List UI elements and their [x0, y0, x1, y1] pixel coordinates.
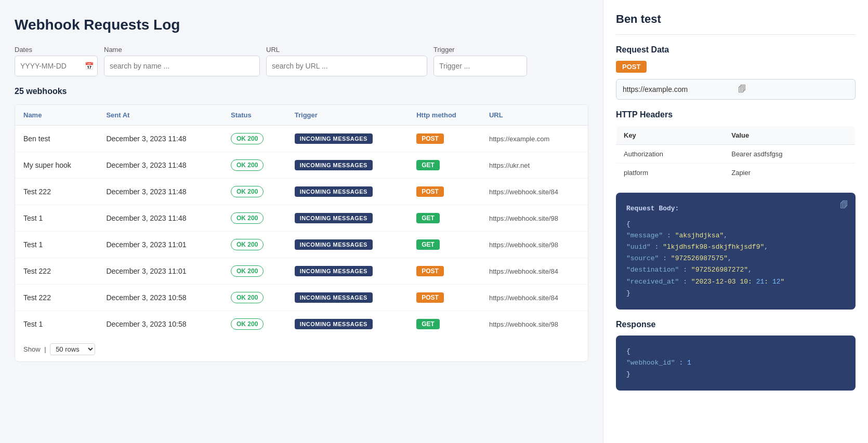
status-badge: OK 200 [231, 239, 264, 250]
webhooks-table: Name Sent At Status Trigger Http method … [15, 105, 588, 337]
dates-wrapper: 📅 [15, 56, 98, 76]
header-value: Bearer asdfsfgsg [724, 145, 855, 164]
cell-status: OK 200 [222, 232, 286, 258]
key-col-header: Key [616, 126, 725, 145]
body-line: "message" : "aksjhdjksa", [626, 230, 845, 241]
table-row[interactable]: Test 1 December 3, 2023 11:48 OK 200 INC… [15, 205, 588, 232]
col-header-name: Name [15, 105, 98, 126]
cell-sent-at: December 3, 2023 11:48 [98, 205, 222, 232]
table-body: Ben test December 3, 2023 11:48 OK 200 I… [15, 126, 588, 338]
cell-method: GET [408, 311, 481, 338]
cell-status: OK 200 [222, 285, 286, 311]
table-row[interactable]: Test 1 December 3, 2023 11:01 OK 200 INC… [15, 232, 588, 258]
cell-method: GET [408, 232, 481, 258]
table-header-row: Name Sent At Status Trigger Http method … [15, 105, 588, 126]
trigger-badge: INCOMING MESSAGES [295, 239, 373, 250]
status-badge: OK 200 [231, 265, 264, 277]
cell-sent-at: December 3, 2023 10:58 [98, 311, 222, 338]
copy-url-button[interactable]: 🗐 [738, 85, 849, 94]
col-header-method: Http method [408, 105, 481, 126]
response-title: Response [616, 320, 856, 329]
url-input[interactable] [266, 56, 427, 76]
method-badge-get: GET [416, 239, 440, 250]
table-head: Name Sent At Status Trigger Http method … [15, 105, 588, 126]
table-row[interactable]: Test 222 December 3, 2023 11:48 OK 200 I… [15, 179, 588, 205]
cell-trigger: INCOMING MESSAGES [286, 205, 408, 232]
method-badge-get: GET [416, 213, 440, 223]
trigger-badge: INCOMING MESSAGES [295, 133, 373, 144]
header-row: platform Zapier [616, 164, 856, 182]
webhooks-table-wrapper: Name Sent At Status Trigger Http method … [15, 104, 588, 362]
cell-sent-at: December 3, 2023 10:58 [98, 285, 222, 311]
cell-method: POST [408, 179, 481, 205]
filters-row: Dates 📅 Name URL Trigger [15, 46, 588, 76]
cell-trigger: INCOMING MESSAGES [286, 126, 408, 152]
method-badge-get: GET [416, 160, 440, 170]
response-line: "webhook_id" : 1 [626, 357, 845, 369]
col-header-status: Status [222, 105, 286, 126]
dates-filter-group: Dates 📅 [15, 46, 98, 76]
cell-trigger: INCOMING MESSAGES [286, 285, 408, 311]
name-input[interactable] [104, 56, 260, 76]
cell-name: Test 222 [15, 179, 98, 205]
right-panel: Ben test Request Data POST https://examp… [603, 0, 868, 443]
show-label: Show [23, 345, 41, 353]
table-row[interactable]: Test 222 December 3, 2023 11:01 OK 200 I… [15, 258, 588, 285]
cell-trigger: INCOMING MESSAGES [286, 232, 408, 258]
body-line: } [626, 288, 845, 299]
cell-url: https://webhook.site/84 [481, 258, 588, 285]
response-line: { [626, 346, 845, 357]
method-badge-post: POST [416, 186, 444, 197]
request-body-label: Request Body: [626, 203, 845, 214]
trigger-input[interactable] [433, 56, 527, 76]
method-badge-post: POST [416, 292, 444, 303]
url-value: https://example.com [623, 85, 734, 93]
body-line: "source" : "972526987575", [626, 253, 845, 264]
headers-body: Authorization Bearer asdfsfgsg platform … [616, 145, 856, 182]
url-filter-group: URL [266, 46, 427, 76]
rows-per-page-select[interactable]: 10 rows 25 rows 50 rows 100 rows [50, 343, 95, 355]
cell-url: https://webhook.site/98 [481, 311, 588, 338]
cell-trigger: INCOMING MESSAGES [286, 152, 408, 179]
dates-label: Dates [15, 46, 98, 53]
left-panel: Webhook Requests Log Dates 📅 Name URL Tr… [0, 0, 603, 443]
cell-method: GET [408, 205, 481, 232]
url-display: https://example.com 🗐 [616, 79, 856, 100]
status-badge: OK 200 [231, 159, 264, 171]
cell-url: https://example.com [481, 126, 588, 152]
footer-separator: | [43, 345, 48, 353]
header-value: Zapier [724, 164, 855, 182]
dates-input[interactable] [15, 56, 98, 76]
header-key: Authorization [616, 145, 725, 164]
cell-name: Ben test [15, 126, 98, 152]
cell-status: OK 200 [222, 258, 286, 285]
url-label: URL [266, 46, 427, 53]
cell-name: Test 1 [15, 205, 98, 232]
cell-trigger: INCOMING MESSAGES [286, 311, 408, 338]
table-row[interactable]: Test 222 December 3, 2023 10:58 OK 200 I… [15, 285, 588, 311]
cell-sent-at: December 3, 2023 11:01 [98, 232, 222, 258]
trigger-badge: INCOMING MESSAGES [295, 186, 373, 197]
col-header-sent-at: Sent At [98, 105, 222, 126]
table-row[interactable]: My super hook December 3, 2023 11:48 OK … [15, 152, 588, 179]
cell-sent-at: December 3, 2023 11:48 [98, 179, 222, 205]
header-row: Authorization Bearer asdfsfgsg [616, 145, 856, 164]
table-row[interactable]: Test 1 December 3, 2023 10:58 OK 200 INC… [15, 311, 588, 338]
copy-body-button[interactable]: 🗐 [840, 199, 848, 213]
cell-status: OK 200 [222, 152, 286, 179]
headers-header-row: Key Value [616, 126, 856, 145]
cell-url: https://webhook.site/98 [481, 205, 588, 232]
cell-sent-at: December 3, 2023 11:01 [98, 258, 222, 285]
trigger-filter-group: Trigger [433, 46, 527, 76]
body-line: "uuid" : "lkjdhsfk98-sdkjfhkjsdf9", [626, 241, 845, 253]
request-data-title: Request Data [616, 45, 856, 55]
cell-method: POST [408, 126, 481, 152]
cell-status: OK 200 [222, 311, 286, 338]
trigger-badge: INCOMING MESSAGES [295, 160, 373, 170]
name-filter-group: Name [104, 46, 260, 76]
col-header-url: URL [481, 105, 588, 126]
cell-method: POST [408, 285, 481, 311]
table-row[interactable]: Ben test December 3, 2023 11:48 OK 200 I… [15, 126, 588, 152]
table-footer: Show | 10 rows 25 rows 50 rows 100 rows [15, 337, 588, 361]
cell-name: Test 1 [15, 232, 98, 258]
